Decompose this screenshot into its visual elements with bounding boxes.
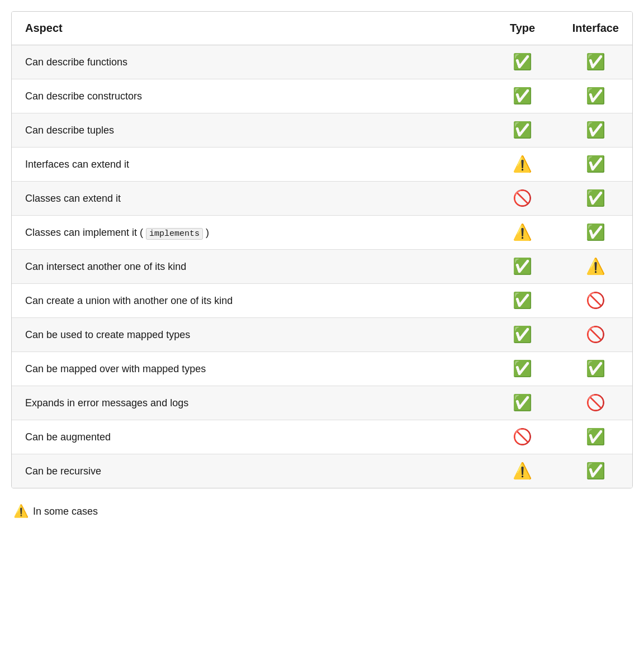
column-header-interface: Interface [559, 12, 632, 45]
check-icon-type: ✅ [513, 327, 532, 343]
cell-type: ✅ [486, 352, 559, 386]
table-row: Can be mapped over with mapped types✅✅ [12, 352, 632, 386]
check-icon-interface: ✅ [586, 361, 605, 377]
cell-interface: ✅ [559, 45, 632, 79]
cell-aspect: Can describe tuples [12, 113, 486, 148]
column-header-type: Type [486, 12, 559, 45]
table-row: Can create a union with another one of i… [12, 284, 632, 318]
cell-aspect: Can create a union with another one of i… [12, 284, 486, 318]
check-icon-interface: ✅ [586, 156, 605, 172]
footnote-warning-icon: ⚠️ [13, 504, 29, 519]
table-row: Can be used to create mapped types✅🚫 [12, 318, 632, 352]
cell-interface: 🚫 [559, 318, 632, 352]
check-icon-interface: ✅ [586, 429, 605, 445]
cell-interface: ✅ [559, 352, 632, 386]
cell-aspect: Classes can extend it [12, 182, 486, 216]
warning-icon-interface: ⚠️ [586, 259, 605, 274]
check-icon-type: ✅ [513, 122, 532, 138]
footnote: ⚠️ In some cases [11, 504, 633, 519]
footnote-text: In some cases [33, 506, 98, 517]
table-header-row: Aspect Type Interface [12, 12, 632, 45]
cell-type: ✅ [486, 79, 559, 113]
no-icon-interface: 🚫 [586, 293, 605, 308]
cell-interface: ✅ [559, 216, 632, 250]
check-icon-type: ✅ [513, 361, 532, 377]
check-icon-type: ✅ [513, 259, 532, 274]
table-row: Can describe tuples✅✅ [12, 113, 632, 148]
table-row: Classes can extend it🚫✅ [12, 182, 632, 216]
cell-type: ✅ [486, 318, 559, 352]
cell-type: 🚫 [486, 420, 559, 454]
comparison-table: Aspect Type Interface Can describe funct… [11, 11, 633, 488]
cell-type: ✅ [486, 284, 559, 318]
check-icon-type: ✅ [513, 293, 532, 308]
cell-type: ✅ [486, 250, 559, 284]
cell-interface: 🚫 [559, 386, 632, 420]
cell-interface: ✅ [559, 182, 632, 216]
check-icon-interface: ✅ [586, 463, 605, 479]
cell-type: ✅ [486, 113, 559, 148]
warning-icon-type: ⚠️ [513, 225, 532, 240]
cell-interface: ✅ [559, 148, 632, 182]
cell-aspect: Classes can implement it ( implements ) [12, 216, 486, 250]
cell-aspect: Can intersect another one of its kind [12, 250, 486, 284]
cell-aspect: Can be used to create mapped types [12, 318, 486, 352]
cell-type: 🚫 [486, 182, 559, 216]
warning-icon-type: ⚠️ [513, 156, 532, 172]
table-row: Can describe constructors✅✅ [12, 79, 632, 113]
table-row: Classes can implement it ( implements )⚠… [12, 216, 632, 250]
cell-interface: ✅ [559, 113, 632, 148]
cell-interface: ✅ [559, 454, 632, 488]
check-icon-type: ✅ [513, 88, 532, 104]
cell-type: ⚠️ [486, 454, 559, 488]
cell-aspect: Can be recursive [12, 454, 486, 488]
check-icon-interface: ✅ [586, 54, 605, 70]
table-row: Can be recursive⚠️✅ [12, 454, 632, 488]
table-row: Can be augmented🚫✅ [12, 420, 632, 454]
table-row: Can describe functions✅✅ [12, 45, 632, 79]
cell-type: ⚠️ [486, 148, 559, 182]
no-icon-interface: 🚫 [586, 395, 605, 411]
cell-interface: ⚠️ [559, 250, 632, 284]
check-icon-interface: ✅ [586, 88, 605, 104]
cell-interface: 🚫 [559, 284, 632, 318]
cell-type: ✅ [486, 386, 559, 420]
no-icon-interface: 🚫 [586, 327, 605, 343]
check-icon-interface: ✅ [586, 122, 605, 138]
cell-interface: ✅ [559, 79, 632, 113]
cell-aspect: Can describe constructors [12, 79, 486, 113]
cell-type: ✅ [486, 45, 559, 79]
cell-aspect: Can be mapped over with mapped types [12, 352, 486, 386]
table-row: Can intersect another one of its kind✅⚠️ [12, 250, 632, 284]
cell-aspect: Can be augmented [12, 420, 486, 454]
check-icon-type: ✅ [513, 395, 532, 411]
cell-interface: ✅ [559, 420, 632, 454]
no-icon-type: 🚫 [513, 191, 532, 206]
cell-aspect: Interfaces can extend it [12, 148, 486, 182]
cell-type: ⚠️ [486, 216, 559, 250]
check-icon-interface: ✅ [586, 225, 605, 240]
table-row: Expands in error messages and logs✅🚫 [12, 386, 632, 420]
warning-icon-type: ⚠️ [513, 463, 532, 479]
column-header-aspect: Aspect [12, 12, 486, 45]
cell-aspect: Expands in error messages and logs [12, 386, 486, 420]
table-row: Interfaces can extend it⚠️✅ [12, 148, 632, 182]
no-icon-type: 🚫 [513, 429, 532, 445]
cell-aspect: Can describe functions [12, 45, 486, 79]
check-icon-interface: ✅ [586, 191, 605, 206]
check-icon-type: ✅ [513, 54, 532, 70]
